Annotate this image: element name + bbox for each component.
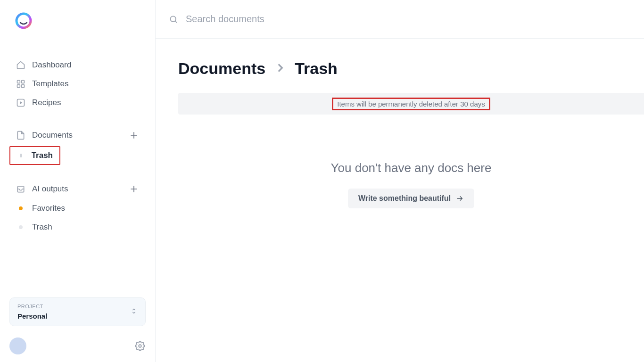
inbox-icon — [16, 184, 25, 194]
sidebar-primary-nav: Dashboard Templates Recipes — [9, 57, 146, 113]
svg-point-7 — [170, 16, 176, 22]
breadcrumb: Documents Trash — [178, 59, 644, 78]
search-bar — [156, 0, 644, 39]
sidebar-item-documents[interactable]: Documents — [9, 126, 146, 144]
svg-rect-2 — [22, 81, 25, 83]
sidebar-documents-section: Documents Trash — [9, 126, 146, 167]
svg-rect-3 — [17, 85, 20, 88]
app-logo[interactable] — [14, 11, 33, 30]
sidebar-item-label: Trash — [32, 151, 53, 160]
file-icon — [16, 131, 25, 140]
sidebar-item-templates[interactable]: Templates — [9, 75, 146, 92]
home-icon — [16, 60, 25, 70]
empty-headline: You don't have any docs here — [178, 161, 644, 175]
dot-icon — [19, 225, 23, 229]
retention-notice-text: Items will be permanently deleted after … — [332, 98, 490, 110]
page-body: Documents Trash Items will be permanentl… — [156, 39, 644, 362]
sidebar-item-label: Recipes — [32, 98, 61, 107]
dot-icon — [19, 206, 23, 210]
sidebar-item-ai-outputs[interactable]: AI outputs — [9, 180, 146, 198]
avatar[interactable] — [9, 337, 26, 354]
sidebar-footer — [9, 337, 146, 354]
sidebar: Dashboard Templates Recipes Documents — [0, 0, 156, 362]
chevron-right-icon — [274, 59, 286, 78]
sidebar-item-label: AI outputs — [32, 184, 68, 194]
sidebar-item-favorites[interactable]: Favorites — [9, 200, 146, 217]
circle-icon — [20, 154, 22, 157]
settings-button[interactable] — [134, 340, 146, 352]
retention-notice: Items will be permanently deleted after … — [178, 93, 644, 115]
sidebar-item-label: Documents — [32, 131, 73, 140]
svg-point-0 — [17, 14, 31, 28]
write-something-button[interactable]: Write something beautiful — [348, 189, 474, 208]
project-caption: PROJECT — [17, 304, 130, 309]
search-input[interactable] — [186, 14, 631, 25]
project-selector[interactable]: PROJECT Personal — [9, 297, 146, 326]
sidebar-item-outputs-trash[interactable]: Trash — [9, 219, 146, 236]
grid-icon — [16, 79, 25, 89]
svg-point-6 — [139, 345, 141, 347]
svg-rect-1 — [17, 81, 20, 83]
breadcrumb-root[interactable]: Documents — [178, 59, 265, 78]
cta-label: Write something beautiful — [358, 194, 451, 203]
empty-state: You don't have any docs here Write somet… — [178, 161, 644, 208]
arrow-right-icon — [455, 194, 464, 203]
chevron-up-down-icon — [130, 307, 138, 317]
svg-rect-4 — [22, 85, 25, 88]
add-output-button[interactable] — [129, 184, 139, 194]
sidebar-item-dashboard[interactable]: Dashboard — [9, 57, 146, 74]
search-icon — [169, 15, 178, 24]
sidebar-item-recipes[interactable]: Recipes — [9, 94, 146, 111]
sidebar-outputs-section: AI outputs Favorites Trash — [9, 180, 146, 238]
add-document-button[interactable] — [129, 130, 139, 140]
sidebar-item-label: Dashboard — [32, 60, 71, 70]
breadcrumb-current: Trash — [295, 59, 338, 78]
sidebar-item-label: Templates — [32, 79, 68, 89]
main-content: Documents Trash Items will be permanentl… — [156, 0, 644, 362]
play-square-icon — [16, 98, 25, 107]
sidebar-item-label: Trash — [32, 222, 52, 232]
project-name: Personal — [17, 312, 130, 320]
sidebar-item-documents-trash[interactable]: Trash — [9, 146, 60, 165]
sidebar-item-label: Favorites — [32, 204, 65, 213]
